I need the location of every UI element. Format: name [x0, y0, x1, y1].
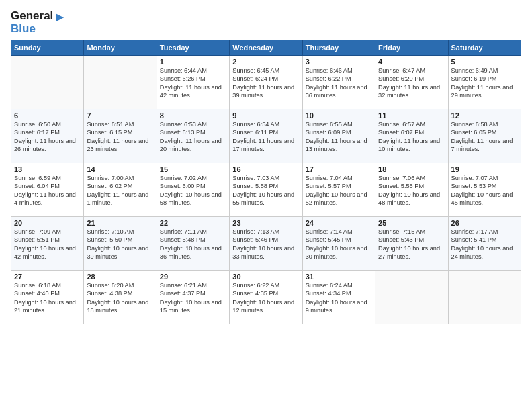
day-info: Sunrise: 6:21 AM Sunset: 4:37 PM Dayligh…: [160, 281, 226, 315]
weekday-header-wednesday: Wednesday: [230, 40, 302, 55]
day-cell: 16Sunrise: 7:03 AM Sunset: 5:58 PM Dayli…: [230, 163, 302, 216]
day-number: 24: [306, 219, 372, 227]
day-cell: 29Sunrise: 6:21 AM Sunset: 4:37 PM Dayli…: [157, 270, 229, 324]
day-number: 6: [14, 111, 81, 120]
day-info: Sunrise: 7:13 AM Sunset: 5:46 PM Dayligh…: [232, 228, 299, 261]
day-info: Sunrise: 7:11 AM Sunset: 5:48 PM Dayligh…: [160, 228, 226, 261]
day-number: 19: [451, 165, 518, 173]
day-info: Sunrise: 7:17 AM Sunset: 5:41 PM Dayligh…: [451, 228, 518, 261]
day-info: Sunrise: 7:07 AM Sunset: 5:53 PM Dayligh…: [451, 174, 518, 208]
weekday-header-tuesday: Tuesday: [157, 40, 229, 55]
day-info: Sunrise: 6:59 AM Sunset: 6:04 PM Dayligh…: [14, 174, 81, 208]
week-row-2: 6Sunrise: 6:50 AM Sunset: 6:17 PM Daylig…: [11, 109, 521, 163]
day-cell: 31Sunrise: 6:24 AM Sunset: 4:34 PM Dayli…: [302, 270, 375, 324]
week-row-4: 20Sunrise: 7:09 AM Sunset: 5:51 PM Dayli…: [11, 216, 521, 270]
day-number: 4: [378, 58, 445, 66]
day-number: 25: [378, 219, 445, 227]
day-info: Sunrise: 6:44 AM Sunset: 6:26 PM Dayligh…: [160, 66, 226, 100]
day-cell: [375, 270, 448, 324]
day-info: Sunrise: 7:03 AM Sunset: 5:58 PM Dayligh…: [232, 174, 299, 208]
day-number: 29: [160, 273, 226, 281]
logo-bird-icon: ►: [53, 9, 66, 24]
day-number: 26: [451, 219, 518, 227]
day-cell: 1Sunrise: 6:44 AM Sunset: 6:26 PM Daylig…: [157, 55, 229, 109]
day-number: 15: [160, 165, 226, 173]
day-number: 1: [160, 58, 226, 66]
logo-blue: Blue: [11, 23, 66, 36]
day-info: Sunrise: 6:55 AM Sunset: 6:09 PM Dayligh…: [306, 120, 372, 154]
day-info: Sunrise: 6:49 AM Sunset: 6:19 PM Dayligh…: [451, 66, 518, 100]
day-number: 11: [378, 111, 445, 120]
day-cell: 12Sunrise: 6:58 AM Sunset: 6:05 PM Dayli…: [448, 109, 521, 163]
day-info: Sunrise: 7:06 AM Sunset: 5:55 PM Dayligh…: [378, 174, 445, 208]
day-cell: 2Sunrise: 6:45 AM Sunset: 6:24 PM Daylig…: [230, 55, 302, 109]
page: General► Blue SundayMondayTuesdayWednesd…: [0, 0, 532, 411]
day-cell: 22Sunrise: 7:11 AM Sunset: 5:48 PM Dayli…: [157, 216, 229, 270]
day-number: 9: [232, 111, 299, 120]
day-cell: 26Sunrise: 7:17 AM Sunset: 5:41 PM Dayli…: [448, 216, 521, 270]
day-number: 7: [87, 111, 153, 120]
day-number: 8: [160, 111, 226, 120]
day-info: Sunrise: 7:14 AM Sunset: 5:45 PM Dayligh…: [306, 228, 372, 261]
day-cell: 3Sunrise: 6:46 AM Sunset: 6:22 PM Daylig…: [302, 55, 375, 109]
day-number: 3: [306, 58, 372, 66]
day-cell: [84, 55, 157, 109]
calendar-table: SundayMondayTuesdayWednesdayThursdayFrid…: [11, 40, 521, 324]
day-cell: 10Sunrise: 6:55 AM Sunset: 6:09 PM Dayli…: [302, 109, 375, 163]
day-info: Sunrise: 6:54 AM Sunset: 6:11 PM Dayligh…: [232, 120, 299, 154]
day-info: Sunrise: 7:10 AM Sunset: 5:50 PM Dayligh…: [87, 228, 153, 261]
day-info: Sunrise: 6:51 AM Sunset: 6:15 PM Dayligh…: [87, 120, 153, 154]
day-cell: 4Sunrise: 6:47 AM Sunset: 6:20 PM Daylig…: [375, 55, 448, 109]
day-number: 2: [232, 58, 299, 66]
weekday-header-monday: Monday: [84, 40, 157, 55]
day-info: Sunrise: 6:22 AM Sunset: 4:35 PM Dayligh…: [232, 281, 299, 315]
header: General► Blue: [11, 9, 521, 36]
day-cell: 8Sunrise: 6:53 AM Sunset: 6:13 PM Daylig…: [157, 109, 229, 163]
day-info: Sunrise: 6:45 AM Sunset: 6:24 PM Dayligh…: [232, 66, 299, 100]
week-row-5: 27Sunrise: 6:18 AM Sunset: 4:40 PM Dayli…: [11, 270, 521, 324]
day-cell: 25Sunrise: 7:15 AM Sunset: 5:43 PM Dayli…: [375, 216, 448, 270]
day-number: 30: [232, 273, 299, 281]
day-cell: 23Sunrise: 7:13 AM Sunset: 5:46 PM Dayli…: [230, 216, 302, 270]
day-info: Sunrise: 6:24 AM Sunset: 4:34 PM Dayligh…: [306, 281, 372, 315]
day-cell: [11, 55, 84, 109]
day-info: Sunrise: 7:04 AM Sunset: 5:57 PM Dayligh…: [306, 174, 372, 208]
day-cell: 19Sunrise: 7:07 AM Sunset: 5:53 PM Dayli…: [448, 163, 521, 216]
day-number: 23: [232, 219, 299, 227]
day-cell: 20Sunrise: 7:09 AM Sunset: 5:51 PM Dayli…: [11, 216, 84, 270]
day-number: 10: [306, 111, 372, 120]
day-cell: 24Sunrise: 7:14 AM Sunset: 5:45 PM Dayli…: [302, 216, 375, 270]
day-info: Sunrise: 7:15 AM Sunset: 5:43 PM Dayligh…: [378, 228, 445, 261]
week-row-1: 1Sunrise: 6:44 AM Sunset: 6:26 PM Daylig…: [11, 55, 521, 109]
day-cell: 28Sunrise: 6:20 AM Sunset: 4:38 PM Dayli…: [84, 270, 157, 324]
day-number: 13: [14, 165, 81, 173]
logo-general: General: [11, 9, 53, 22]
day-cell: 5Sunrise: 6:49 AM Sunset: 6:19 PM Daylig…: [448, 55, 521, 109]
day-number: 21: [87, 219, 153, 227]
day-info: Sunrise: 6:58 AM Sunset: 6:05 PM Dayligh…: [451, 120, 518, 154]
day-cell: 11Sunrise: 6:57 AM Sunset: 6:07 PM Dayli…: [375, 109, 448, 163]
day-info: Sunrise: 6:53 AM Sunset: 6:13 PM Dayligh…: [160, 120, 226, 154]
day-info: Sunrise: 7:09 AM Sunset: 5:51 PM Dayligh…: [14, 228, 81, 261]
day-number: 18: [378, 165, 445, 173]
day-number: 14: [87, 165, 153, 173]
day-number: 17: [306, 165, 372, 173]
day-info: Sunrise: 6:47 AM Sunset: 6:20 PM Dayligh…: [378, 66, 445, 100]
day-info: Sunrise: 6:50 AM Sunset: 6:17 PM Dayligh…: [14, 120, 81, 154]
day-number: 27: [14, 273, 81, 281]
day-number: 16: [232, 165, 299, 173]
day-cell: 15Sunrise: 7:02 AM Sunset: 6:00 PM Dayli…: [157, 163, 229, 216]
day-cell: 14Sunrise: 7:00 AM Sunset: 6:02 PM Dayli…: [84, 163, 157, 216]
weekday-header-saturday: Saturday: [448, 40, 521, 55]
day-number: 28: [87, 273, 153, 281]
weekday-header-friday: Friday: [375, 40, 448, 55]
day-info: Sunrise: 7:02 AM Sunset: 6:00 PM Dayligh…: [160, 174, 226, 208]
day-info: Sunrise: 6:20 AM Sunset: 4:38 PM Dayligh…: [87, 281, 153, 315]
day-cell: 7Sunrise: 6:51 AM Sunset: 6:15 PM Daylig…: [84, 109, 157, 163]
day-cell: 21Sunrise: 7:10 AM Sunset: 5:50 PM Dayli…: [84, 216, 157, 270]
day-info: Sunrise: 6:18 AM Sunset: 4:40 PM Dayligh…: [14, 281, 81, 315]
day-number: 12: [451, 111, 518, 120]
day-number: 20: [14, 219, 81, 227]
day-cell: 9Sunrise: 6:54 AM Sunset: 6:11 PM Daylig…: [230, 109, 302, 163]
day-cell: 27Sunrise: 6:18 AM Sunset: 4:40 PM Dayli…: [11, 270, 84, 324]
